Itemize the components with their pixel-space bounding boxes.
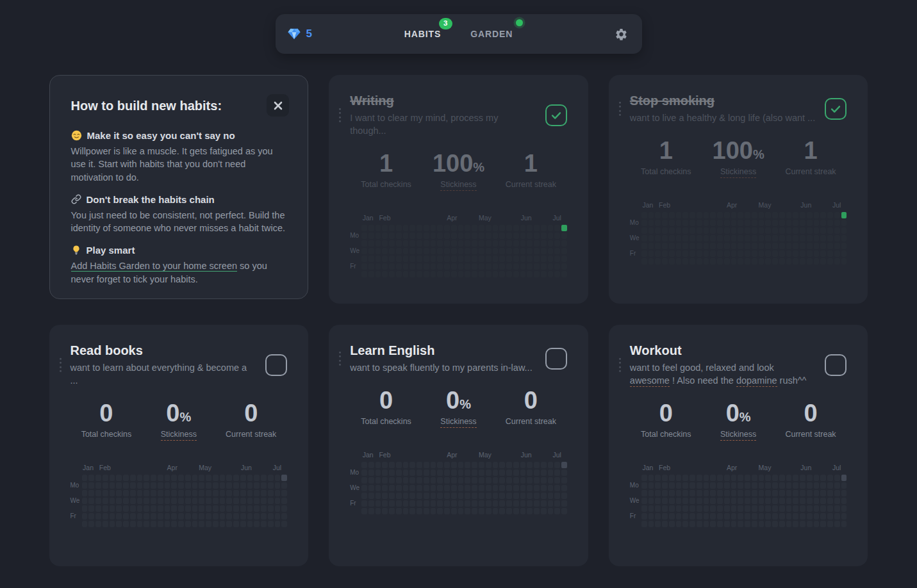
- heatmap-cell: [389, 256, 395, 262]
- heatmap-cell: [268, 498, 274, 504]
- heatmap-day-labels: MoWeFr: [630, 212, 641, 265]
- heatmap-cell: [192, 513, 198, 519]
- heatmap-cell: [506, 485, 512, 491]
- habit-checkbox[interactable]: [265, 354, 287, 376]
- drag-handle-icon[interactable]: [338, 350, 342, 367]
- heatmap-cell: [268, 521, 274, 527]
- garden-status-dot: [516, 19, 523, 26]
- heatmap-months: JanFebAprMayJunJul: [82, 464, 288, 472]
- heatmap-cell: [834, 227, 840, 234]
- habit-text: Read books want to learn about everythin…: [70, 343, 266, 387]
- heatmap-day-label: Fr: [70, 513, 76, 519]
- heatmap-cell: [710, 490, 716, 496]
- habit-checkbox[interactable]: [825, 98, 847, 120]
- drag-handle-icon[interactable]: [618, 356, 622, 373]
- heatmap-cell: [499, 271, 505, 277]
- heatmap-cell: [786, 482, 792, 489]
- heatmap-cell: [472, 485, 477, 491]
- gems-counter[interactable]: 5: [287, 28, 383, 40]
- heatmap-month-label: Jan: [363, 214, 374, 222]
- heatmap-cell: [527, 233, 533, 239]
- heatmap-cell: [548, 240, 554, 247]
- heatmap-cell: [254, 490, 260, 496]
- heatmap-cell: [116, 505, 122, 512]
- tab-garden[interactable]: GARDEN: [470, 29, 513, 39]
- heatmap-month-label: Feb: [659, 464, 670, 471]
- heatmap-cell: [641, 482, 647, 489]
- heatmap-cell: [165, 521, 170, 527]
- heatmap-cell: [82, 475, 88, 481]
- drag-handle-icon[interactable]: [58, 356, 63, 373]
- habit-description: I want to clear my mind, process my thou…: [350, 111, 536, 137]
- heatmap-cell: [765, 505, 771, 512]
- heatmap-cell: [669, 227, 675, 234]
- heatmap-cell: [541, 500, 547, 507]
- stat-label: Total checkins: [641, 167, 691, 176]
- heatmap-cell: [779, 521, 785, 527]
- heatmap-cell: [814, 250, 820, 257]
- heatmap-cell: [513, 225, 519, 231]
- heatmap-cell: [779, 220, 785, 226]
- relieved-face-icon: [71, 130, 82, 141]
- heatmap-cell: [88, 505, 94, 512]
- habit-checkbox[interactable]: [545, 348, 567, 370]
- habit-checkbox[interactable]: [545, 104, 567, 126]
- heatmap-cell: [444, 240, 450, 247]
- heatmap-cell: [178, 490, 184, 496]
- heatmap-cell: [506, 477, 512, 484]
- habit-checkbox[interactable]: [825, 354, 847, 376]
- heatmap-cell: [827, 243, 833, 249]
- home-screen-link[interactable]: Add Habits Garden to your home screen: [71, 261, 238, 272]
- heatmap-cell: [669, 498, 675, 504]
- stat-label: Current streak: [785, 430, 836, 439]
- heatmap-cell: [382, 271, 388, 277]
- heatmap-cell: [165, 505, 170, 512]
- heatmap-cell: [137, 505, 143, 512]
- heatmap-cell: [527, 263, 533, 270]
- heatmap-cell: [417, 256, 422, 262]
- heatmap-cell: [465, 240, 470, 247]
- heatmap-cell: [268, 475, 274, 481]
- heatmap-cell: [130, 521, 136, 527]
- heatmap-cell: [745, 235, 750, 241]
- settings-button[interactable]: [612, 25, 631, 44]
- stat-label: Stickiness: [720, 167, 756, 178]
- heatmap-day-label: Fr: [350, 263, 356, 270]
- heatmap-cell: [759, 505, 764, 512]
- heatmap-month-label: Jan: [642, 464, 653, 471]
- heatmap-cell: [676, 482, 682, 489]
- heatmap-cell: [389, 233, 395, 239]
- heatmap-cell: [541, 462, 547, 468]
- close-button[interactable]: [267, 94, 289, 117]
- heatmap-cell: [275, 498, 281, 504]
- heatmap-cell: [554, 470, 560, 476]
- heatmap-cell: [513, 233, 519, 239]
- heatmap-month-label: Feb: [659, 201, 670, 209]
- heatmap-cell: [254, 482, 260, 489]
- heatmap-cell: [486, 508, 492, 514]
- heatmap-cell: [717, 250, 723, 257]
- heatmap-cell: [465, 225, 470, 231]
- heatmap-cell: [807, 243, 813, 249]
- heatmap-cell: [655, 505, 661, 512]
- gem-icon: [287, 28, 301, 40]
- info-section-body: Add Habits Garden to your home screen so…: [71, 259, 287, 286]
- heatmap-cell: [738, 258, 743, 265]
- tab-habits[interactable]: HABITS 3: [404, 29, 442, 39]
- heatmap-cell: [682, 505, 688, 512]
- heatmap-cell: [534, 500, 540, 507]
- heatmap-cell: [834, 513, 840, 519]
- drag-handle-icon[interactable]: [338, 106, 342, 124]
- heatmap-cell: [669, 220, 675, 226]
- heatmap-cell: [682, 250, 688, 257]
- info-section-heading: Play smart: [87, 245, 135, 256]
- heatmap-cell: [534, 485, 540, 491]
- heatmap-cell: [793, 250, 798, 257]
- heatmap-cell: [165, 490, 170, 496]
- heatmap-cell: [820, 250, 826, 257]
- heatmap-cell: [827, 505, 833, 512]
- heatmap-cell: [451, 493, 457, 499]
- drag-handle-icon[interactable]: [618, 100, 622, 117]
- heatmap-cell: [752, 220, 757, 226]
- heatmap-cell: [724, 490, 730, 496]
